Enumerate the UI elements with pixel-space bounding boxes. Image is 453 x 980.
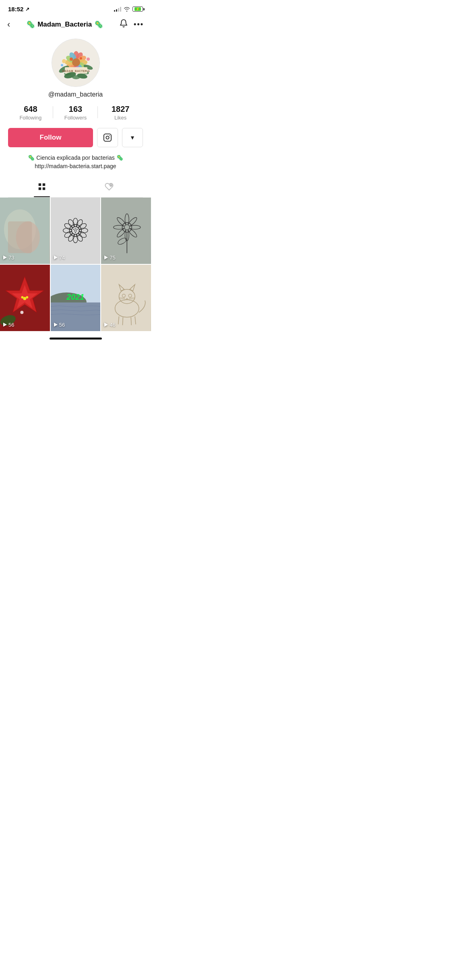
svg-text:MADAM_BACTERIA: MADAM_BACTERIA	[62, 70, 90, 72]
svg-point-46	[75, 229, 76, 229]
svg-rect-37	[110, 185, 112, 186]
video-grid: 73 74	[0, 198, 151, 331]
top-nav: ‹ 🦠 Madam_Bacteria 🦠 •••	[0, 16, 151, 35]
svg-point-31	[109, 135, 110, 136]
grid-tab-icon	[37, 182, 46, 193]
following-label: Following	[19, 115, 41, 121]
svg-point-45	[73, 229, 74, 230]
status-time: 18:52 ↗	[8, 6, 29, 12]
following-count: 648	[24, 105, 37, 114]
dropdown-button[interactable]: ▼	[122, 128, 143, 147]
svg-point-50	[75, 232, 76, 233]
back-button[interactable]: ‹	[7, 20, 10, 29]
svg-point-79	[26, 296, 28, 299]
profile-section: MADAM_BACTERIA @madam_bacteria 648 Follo…	[0, 35, 151, 198]
likes-count: 1827	[112, 105, 130, 114]
svg-point-26	[72, 75, 80, 79]
thumb-4-art	[0, 265, 50, 331]
likes-label: Likes	[114, 115, 126, 121]
video-thumb-6[interactable]: 46	[101, 265, 151, 331]
instagram-icon	[103, 133, 112, 142]
more-options-icon[interactable]: •••	[134, 20, 144, 29]
thumb-2-art	[51, 198, 101, 264]
tab-liked[interactable]	[76, 177, 143, 197]
svg-line-101	[131, 317, 132, 325]
likes-stat[interactable]: 1827 Likes	[98, 105, 143, 121]
svg-point-49	[76, 231, 77, 231]
video-thumb-5[interactable]: 2021 56	[51, 265, 101, 331]
play-icon	[54, 323, 58, 327]
svg-point-30	[106, 136, 109, 139]
tab-videos[interactable]	[8, 177, 76, 197]
liked-tab-icon	[105, 182, 114, 193]
video-thumb-4[interactable]: 56	[0, 265, 50, 331]
svg-point-78	[23, 297, 26, 300]
notification-bell-icon[interactable]	[119, 19, 128, 30]
thumb-1-art	[0, 198, 50, 264]
svg-rect-87	[101, 265, 151, 331]
bio-text: 🦠 Ciencia explicada por bacterias 🦠	[28, 154, 123, 161]
svg-point-47	[77, 229, 77, 230]
thumb-3-art	[101, 198, 151, 264]
instagram-button[interactable]	[97, 128, 118, 147]
home-indicator	[50, 338, 102, 340]
followers-label: Followers	[64, 115, 87, 121]
following-stat[interactable]: 648 Following	[8, 105, 53, 121]
avatar: MADAM_BACTERIA	[52, 39, 100, 87]
svg-point-27	[70, 58, 73, 61]
thumb-5-art: 2021	[51, 265, 101, 331]
svg-point-20	[61, 64, 63, 66]
video-thumb-3[interactable]: 75	[101, 198, 151, 264]
home-indicator-area	[0, 331, 151, 344]
svg-rect-35	[43, 187, 45, 190]
svg-rect-42	[51, 198, 101, 264]
action-buttons: Follow ▼	[8, 128, 143, 147]
svg-point-21	[72, 58, 80, 66]
svg-rect-32	[39, 183, 41, 186]
svg-rect-29	[104, 134, 111, 141]
germ-icon-left: 🦠	[26, 20, 35, 29]
time-display: 18:52	[8, 6, 23, 12]
stats-row: 648 Following 163 Followers 1827 Likes	[8, 105, 143, 121]
thumb-6-art	[101, 265, 151, 331]
nav-title: 🦠 Madam_Bacteria 🦠	[26, 20, 103, 29]
svg-line-100	[123, 317, 123, 325]
play-icon	[104, 255, 108, 259]
video-count-4: 56	[3, 322, 14, 328]
svg-text:2021: 2021	[66, 292, 84, 301]
signal-icon	[114, 7, 121, 12]
svg-point-19	[87, 58, 90, 61]
bio-link[interactable]: http://madam-bacteria.start.page	[28, 163, 123, 169]
svg-point-18	[62, 59, 66, 63]
play-icon	[54, 255, 58, 259]
heart-lock-icon	[105, 182, 114, 191]
video-count-3: 75	[104, 255, 115, 261]
status-bar: 18:52 ↗ ⚡	[0, 0, 151, 16]
nav-actions: •••	[119, 19, 144, 30]
bio-section: 🦠 Ciencia explicada por bacterias 🦠 http…	[24, 154, 127, 169]
play-icon	[3, 255, 7, 259]
video-thumb-1[interactable]: 73	[0, 198, 50, 264]
germ-icon-right: 🦠	[94, 20, 103, 29]
svg-point-48	[74, 231, 75, 231]
video-thumb-2[interactable]: 74	[51, 198, 101, 264]
followers-count: 163	[69, 105, 82, 114]
location-icon: ↗	[25, 6, 29, 12]
svg-point-28	[80, 57, 82, 60]
followers-stat[interactable]: 163 Followers	[53, 105, 98, 121]
follow-button[interactable]: Follow	[8, 128, 93, 147]
username-display: @madam_bacteria	[48, 91, 103, 98]
video-count-2: 74	[54, 255, 65, 261]
profile-title: Madam_Bacteria	[37, 21, 92, 29]
play-icon	[104, 323, 108, 327]
svg-rect-41	[8, 221, 32, 253]
svg-rect-33	[43, 183, 45, 186]
grid-icon	[37, 182, 46, 191]
svg-point-80	[21, 296, 23, 299]
status-icons: ⚡	[114, 6, 143, 12]
content-tabs	[8, 177, 143, 198]
play-icon	[3, 323, 7, 327]
svg-rect-34	[39, 187, 41, 190]
wifi-icon	[124, 7, 130, 12]
dropdown-arrow-icon: ▼	[130, 134, 135, 141]
